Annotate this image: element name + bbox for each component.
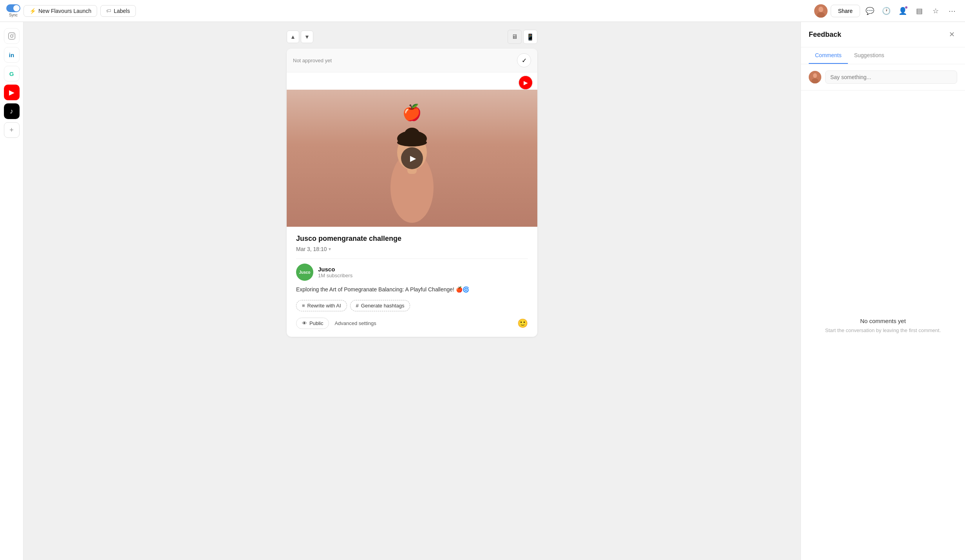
content-area: ▲ ▼ 🖥 📱 Not approved yet ✓ ▶ bbox=[23, 22, 965, 560]
labels-button[interactable]: 🏷 Labels bbox=[100, 5, 136, 17]
more-icon-btn[interactable]: ⋯ bbox=[945, 4, 959, 18]
visibility-button[interactable]: 👁 Public bbox=[296, 318, 329, 329]
eye-icon: 👁 bbox=[302, 320, 307, 326]
sync-toggle[interactable] bbox=[6, 4, 20, 12]
approve-button[interactable]: ✓ bbox=[517, 53, 531, 67]
post-card: Not approved yet ✓ ▶ bbox=[287, 49, 537, 337]
comment-input-row bbox=[801, 64, 965, 90]
sidebar-item-tiktok[interactable]: ♪ bbox=[4, 103, 20, 119]
mobile-view-button[interactable]: 📱 bbox=[523, 30, 537, 44]
platform-row: ▶ bbox=[287, 72, 537, 90]
feedback-header: Feedback ✕ bbox=[801, 22, 965, 47]
sync-toggle-wrap: Sync bbox=[6, 4, 20, 17]
feedback-panel: Feedback ✕ Comments Suggestions No bbox=[801, 22, 965, 560]
youtube-badge: ▶ bbox=[519, 76, 533, 90]
topbar: Sync ⚡ New Flavours Launch 🏷 Labels Shar… bbox=[0, 0, 965, 22]
topbar-left: Sync ⚡ New Flavours Launch 🏷 Labels bbox=[6, 4, 811, 17]
sync-label: Sync bbox=[9, 13, 18, 17]
svg-point-13 bbox=[813, 73, 817, 78]
editor-controls: ▲ ▼ 🖥 📱 bbox=[287, 30, 537, 44]
post-date-text: Mar 3, 18:10 bbox=[296, 246, 327, 252]
svg-point-5 bbox=[13, 34, 14, 35]
post-description: Exploring the Art of Pomegranate Balanci… bbox=[296, 285, 528, 294]
star-icon-btn[interactable]: ☆ bbox=[929, 4, 942, 18]
advanced-settings-button[interactable]: Advanced settings bbox=[329, 318, 381, 329]
panel-icon-btn[interactable]: ▤ bbox=[913, 4, 926, 18]
hashtag-label: Generate hashtags bbox=[361, 303, 405, 309]
no-comments-title: No comments yet bbox=[860, 318, 906, 324]
bolt-icon: ⚡ bbox=[29, 8, 36, 14]
notification-icon-btn[interactable]: 👤 bbox=[896, 4, 909, 18]
project-button[interactable]: ⚡ New Flavours Launch bbox=[23, 5, 97, 17]
svg-rect-3 bbox=[8, 33, 15, 40]
sidebar-item-youtube[interactable]: ▶ bbox=[4, 85, 20, 100]
commenter-avatar bbox=[809, 71, 821, 83]
sidebar: in G ▶ ♪ + bbox=[0, 22, 23, 560]
tab-comments[interactable]: Comments bbox=[809, 47, 848, 64]
channel-name: Jusco bbox=[318, 266, 352, 273]
history-icon-btn[interactable]: 🕐 bbox=[880, 4, 893, 18]
tag-icon: 🏷 bbox=[106, 8, 111, 14]
post-content: Jusco pomengranate challenge Mar 3, 18:1… bbox=[287, 227, 537, 337]
approval-status: Not approved yet bbox=[293, 58, 332, 63]
svg-point-11 bbox=[404, 128, 420, 142]
nav-buttons: ▲ ▼ bbox=[287, 31, 313, 43]
action-buttons: ≡ Rewrite with AI # Generate hashtags bbox=[296, 300, 528, 311]
svg-point-1 bbox=[819, 7, 823, 12]
emoji-button[interactable]: 🙂 bbox=[517, 318, 528, 329]
visibility-label: Public bbox=[309, 320, 323, 326]
main-layout: in G ▶ ♪ + ▲ ▼ 🖥 📱 Not ap bbox=[0, 22, 965, 560]
play-button[interactable] bbox=[401, 147, 423, 169]
editor-area: ▲ ▼ 🖥 📱 Not approved yet ✓ ▶ bbox=[23, 22, 801, 560]
desktop-view-button[interactable]: 🖥 bbox=[508, 30, 522, 44]
generate-hashtags-button[interactable]: # Generate hashtags bbox=[350, 300, 410, 311]
no-comments-subtitle: Start the conversation by leaving the fi… bbox=[825, 327, 941, 333]
feedback-tabs: Comments Suggestions bbox=[801, 47, 965, 64]
user-avatar[interactable] bbox=[814, 4, 828, 18]
chat-icon-btn[interactable]: 💬 bbox=[863, 4, 876, 18]
notification-dot bbox=[905, 6, 908, 9]
topbar-right: Share 💬 🕐 👤 ▤ ☆ ⋯ bbox=[814, 4, 959, 18]
rewrite-label: Rewrite with AI bbox=[307, 303, 341, 309]
approval-row: Not approved yet ✓ bbox=[287, 49, 537, 72]
channel-row: Jusco Jusco 1M subscribers bbox=[296, 264, 528, 281]
share-button[interactable]: Share bbox=[831, 5, 860, 17]
channel-subs: 1M subscribers bbox=[318, 273, 352, 278]
svg-point-4 bbox=[10, 35, 13, 38]
no-comments-section: No comments yet Start the conversation b… bbox=[801, 90, 965, 560]
post-footer: 👁 Public Advanced settings 🙂 bbox=[296, 318, 528, 329]
channel-avatar: Jusco bbox=[296, 264, 313, 281]
sidebar-item-instagram[interactable] bbox=[4, 28, 20, 44]
date-chevron: ▾ bbox=[329, 246, 331, 252]
view-buttons: 🖥 📱 bbox=[508, 30, 537, 44]
feedback-title: Feedback bbox=[809, 31, 841, 39]
labels-label: Labels bbox=[114, 8, 130, 14]
sidebar-item-add[interactable]: + bbox=[4, 122, 20, 138]
sidebar-item-linkedin[interactable]: in bbox=[4, 47, 20, 63]
post-date[interactable]: Mar 3, 18:10 ▾ bbox=[296, 246, 528, 252]
rewrite-ai-button[interactable]: ≡ Rewrite with AI bbox=[296, 300, 347, 311]
hashtag-icon: # bbox=[356, 303, 359, 309]
divider-1 bbox=[296, 258, 528, 259]
sidebar-item-grammarly[interactable]: G bbox=[4, 66, 20, 81]
project-label: New Flavours Launch bbox=[38, 8, 91, 14]
nav-up-button[interactable]: ▲ bbox=[287, 31, 299, 43]
tab-suggestions[interactable]: Suggestions bbox=[848, 47, 891, 64]
close-feedback-button[interactable]: ✕ bbox=[946, 29, 957, 40]
video-thumbnail[interactable]: 🍎 bbox=[287, 90, 537, 227]
channel-info: Jusco 1M subscribers bbox=[318, 266, 352, 278]
comment-input[interactable] bbox=[825, 70, 957, 84]
channel-avatar-text: Jusco bbox=[299, 270, 311, 275]
nav-down-button[interactable]: ▼ bbox=[301, 31, 313, 43]
post-title: Jusco pomengranate challenge bbox=[296, 235, 528, 243]
rewrite-icon: ≡ bbox=[302, 303, 305, 309]
